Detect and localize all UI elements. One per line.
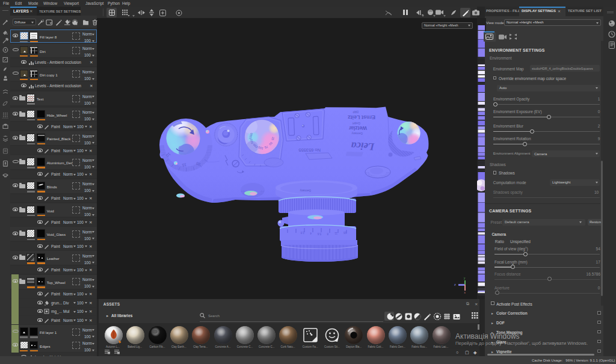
svg-text:Leica: Leica (351, 140, 375, 152)
svg-text:No 653555: No 653555 (298, 147, 321, 153)
svg-text:11: 11 (334, 232, 337, 235)
svg-text:DRP: DRP (353, 110, 359, 113)
svg-text:Wetzlar: Wetzlar (348, 125, 367, 131)
svg-text:GmbH: GmbH (353, 122, 360, 125)
svg-text:5.6: 5.6 (317, 232, 321, 235)
svg-text:16: 16 (343, 231, 346, 234)
svg-text:2.8: 2.8 (300, 231, 304, 234)
svg-text:15: 15 (182, 162, 187, 167)
svg-text:Germany: Germany (300, 189, 311, 192)
svg-text:Germany: Germany (351, 132, 363, 135)
svg-text:Ernst Leitz: Ernst Leitz (347, 114, 375, 120)
